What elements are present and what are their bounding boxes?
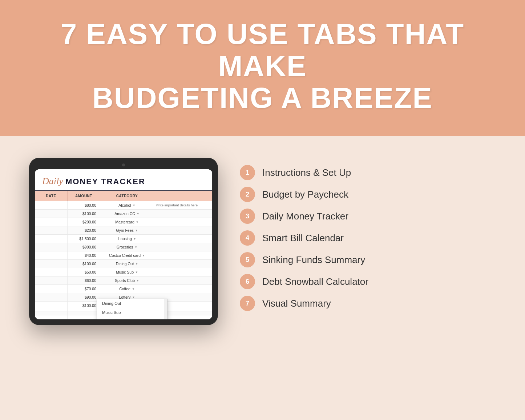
cell-amount: $100.00 [68, 302, 100, 311]
cell-amount: $1,500.00 [68, 235, 100, 243]
cell-amount: $90.00 [68, 293, 100, 301]
feature-label-7: Visual Summary [262, 298, 331, 309]
cell-category[interactable]: Mastercard ▼ [100, 218, 154, 226]
cell-date [35, 251, 68, 259]
table-row: $80.00 Alcohol ▼ write important details… [35, 201, 212, 210]
dropdown-item-sports-club[interactable]: Sports Club [97, 317, 167, 319]
cell-date [35, 243, 68, 251]
scrollbar-track[interactable] [164, 299, 167, 319]
dropdown-item-music-sub[interactable]: Music Sub [97, 308, 167, 317]
cell-amount: $70.00 [68, 285, 100, 293]
feature-item-5: 5 Sinking Funds Summary [240, 252, 496, 267]
cell-date [35, 218, 68, 226]
dropdown-arrow-icon: ▼ [136, 221, 139, 224]
screen-title: Daily MONEY TRACKER [42, 177, 145, 186]
cell-date [35, 315, 68, 319]
features-list: 1 Instructions & Set Up 2 Budget by Payc… [240, 158, 496, 311]
table-row: $40.00 Costco Credit card ▼ [35, 251, 212, 260]
feature-label-6: Debt Snowball Calculator [262, 276, 368, 287]
table-row: $100.00 Dining Out ▼ [35, 260, 212, 268]
dropdown-arrow-icon: ▼ [132, 287, 135, 291]
feature-number-6: 6 [240, 274, 255, 289]
headline-line2: BUDGETING A BREEZE [22, 82, 503, 114]
cell-amount [68, 315, 100, 319]
spreadsheet: DATE AMOUNT CATEGORY $80.00 Alcohol ▼ wr… [35, 191, 212, 319]
cell-notes [154, 251, 212, 259]
cell-notes: write important details here [154, 201, 212, 209]
feature-number-2: 2 [240, 187, 255, 202]
cell-notes [154, 218, 212, 226]
cell-category[interactable]: Music Sub ▼ [100, 268, 154, 276]
cell-date [35, 311, 68, 315]
headline: 7 EASY TO USE TABS THAT MAKE BUDGETING A… [22, 18, 503, 114]
dropdown-arrow-icon: ▼ [142, 254, 145, 257]
spreadsheet-header: DATE AMOUNT CATEGORY [35, 191, 212, 201]
cell-amount: $100.00 [68, 260, 100, 268]
cell-category[interactable]: Sports Club ▼ [100, 276, 154, 284]
cell-category[interactable]: Coffee ▼ [100, 285, 154, 293]
feature-label-2: Budget by Paycheck [262, 189, 348, 200]
category-dropdown[interactable]: Dining Out Music Sub Sports Club Gym Fee… [97, 299, 167, 319]
dropdown-arrow-icon: ▼ [133, 204, 136, 207]
feature-item-4: 4 Smart Bill Calendar [240, 230, 496, 246]
cell-category[interactable]: Dining Out ▼ [100, 260, 154, 268]
cell-date [35, 260, 68, 268]
col-date: DATE [35, 191, 68, 201]
col-notes [154, 191, 212, 201]
cell-amount: $900.00 [68, 243, 100, 251]
screen-header: Daily MONEY TRACKER [35, 169, 212, 191]
cell-category[interactable]: Housing ▼ [100, 235, 154, 243]
cell-category[interactable]: Groceries ▼ [100, 243, 154, 251]
cell-date [35, 210, 68, 218]
cell-notes [154, 210, 212, 218]
dropdown-arrow-icon: ▼ [133, 237, 136, 241]
cell-category[interactable]: Gym Fees ▼ [100, 226, 154, 234]
cell-notes [154, 285, 212, 293]
dropdown-arrow-icon: ▼ [135, 271, 138, 274]
cell-category[interactable]: Alcohol ▼ [100, 201, 154, 209]
dropdown-arrow-icon: ▼ [135, 262, 138, 266]
dropdown-arrow-icon: ▼ [135, 229, 138, 232]
dropdown-item-dining-out[interactable]: Dining Out [97, 299, 167, 308]
table-row: $60.00 Sports Club ▼ [35, 276, 212, 285]
cell-amount: $40.00 [68, 251, 100, 259]
cell-amount: $100.00 [68, 210, 100, 218]
tablet-screen: Daily MONEY TRACKER DATE AMOUNT CATEGORY [35, 169, 212, 319]
spreadsheet-body: $80.00 Alcohol ▼ write important details… [35, 201, 212, 319]
cell-amount [68, 311, 100, 315]
feature-number-4: 4 [240, 230, 255, 246]
cell-date [35, 293, 68, 301]
table-row: $100.00 Amazon CC ▼ [35, 210, 212, 218]
cell-notes [154, 226, 212, 234]
feature-item-3: 3 Daily Money Tracker [240, 209, 496, 224]
headline-line1: 7 EASY TO USE TABS THAT MAKE [22, 18, 503, 82]
bottom-section: Daily MONEY TRACKER DATE AMOUNT CATEGORY [0, 136, 525, 340]
feature-number-5: 5 [240, 252, 255, 267]
feature-number-1: 1 [240, 165, 255, 180]
table-row: $20.00 Gym Fees ▼ [35, 226, 212, 235]
dropdown-arrow-icon: ▼ [137, 212, 140, 215]
feature-label-3: Daily Money Tracker [262, 211, 348, 222]
feature-item-2: 2 Budget by Paycheck [240, 187, 496, 202]
dropdown-arrow-icon: ▼ [134, 246, 137, 249]
cell-amount: $60.00 [68, 276, 100, 284]
cell-amount: $20.00 [68, 226, 100, 234]
table-row: $70.00 Coffee ▼ [35, 285, 212, 293]
cell-category[interactable]: Amazon CC ▼ [100, 210, 154, 218]
dropdown-arrow-icon: ▼ [136, 279, 139, 282]
tablet-device: Daily MONEY TRACKER DATE AMOUNT CATEGORY [29, 158, 218, 325]
title-bold: MONEY TRACKER [65, 177, 145, 186]
cell-date [35, 302, 68, 311]
cell-category[interactable]: Costco Credit card ▼ [100, 251, 154, 259]
feature-label-4: Smart Bill Calendar [262, 233, 344, 244]
cell-amount: $50.00 [68, 268, 100, 276]
table-row: $50.00 Music Sub ▼ [35, 268, 212, 276]
cell-amount: $200.00 [68, 218, 100, 226]
cell-notes [154, 243, 212, 251]
top-banner: 7 EASY TO USE TABS THAT MAKE BUDGETING A… [0, 0, 525, 136]
cell-amount: $80.00 [68, 201, 100, 209]
feature-label-1: Instructions & Set Up [262, 167, 351, 178]
table-row: $1,500.00 Housing ▼ [35, 235, 212, 243]
cell-date [35, 226, 68, 234]
cell-notes [154, 268, 212, 276]
